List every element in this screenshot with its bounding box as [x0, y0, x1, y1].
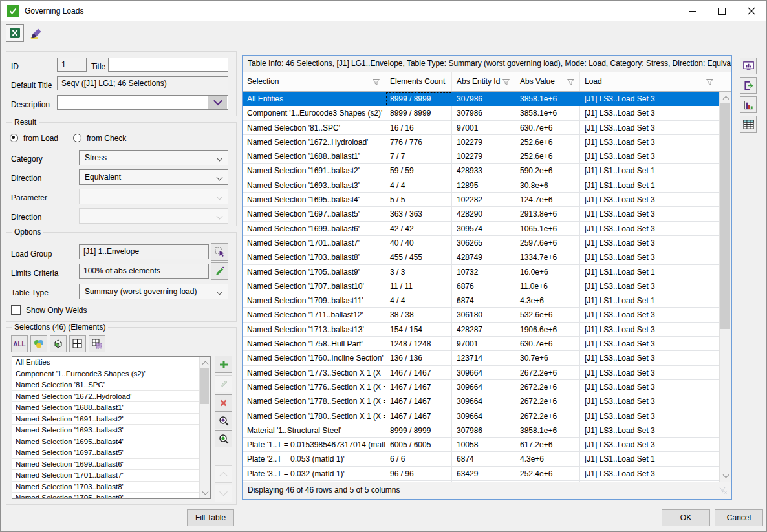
table-cell[interactable]: 16 / 16	[385, 121, 452, 135]
selection-list-item[interactable]: Named Selection '1691..ballast2'	[12, 414, 199, 425]
table-row[interactable]: Named Selection '1695..ballast4'5 / 5102…	[243, 193, 719, 207]
table-cell[interactable]: 10732	[452, 265, 515, 279]
table-cell[interactable]: 309664	[452, 409, 515, 423]
table-row[interactable]: Material '1..Structural Steel'8999 / 899…	[243, 423, 719, 438]
table-cell[interactable]: Plate '3..T = 0.032 (matId 1)'	[243, 467, 385, 481]
table-cell[interactable]: 12895	[452, 178, 515, 193]
add-selection-button[interactable]	[215, 356, 232, 373]
table-cell[interactable]: 252.6e+6	[515, 135, 580, 149]
table-row[interactable]: Named Selection '1773..Section X 1 (X = …	[243, 366, 719, 380]
show-only-welds-checkbox[interactable]	[11, 305, 21, 315]
table-cell[interactable]: [J1] LS3..Load Set 3	[580, 106, 719, 120]
table-cell[interactable]: Named Selection '1711..ballast12'	[243, 308, 385, 322]
filter-icon[interactable]	[372, 78, 380, 86]
table-cell[interactable]: 3858.1e+6	[515, 423, 580, 438]
id-field[interactable]: 1	[57, 58, 87, 72]
table-cell[interactable]: 1248 / 1248	[385, 337, 452, 351]
from-load-label[interactable]: from Load	[23, 134, 58, 143]
table-cell[interactable]: 124.7e+6	[515, 193, 580, 207]
table-cell[interactable]: 40 / 40	[385, 236, 452, 250]
table-cell[interactable]: Named Selection '1707..ballast10'	[243, 279, 385, 293]
table-cell[interactable]: 455 / 455	[385, 250, 452, 264]
table-row[interactable]: Named Selection '1778..Section X 1 (X = …	[243, 394, 719, 409]
table-cell[interactable]: 309574	[452, 222, 515, 236]
table-cell[interactable]: 306265	[452, 236, 515, 250]
table-cell[interactable]: [J1] LS3..Load Set 3	[580, 438, 719, 452]
filter-icon[interactable]	[502, 78, 510, 86]
direction-select[interactable]: Equivalent	[79, 169, 228, 185]
table-cell[interactable]: [J1] LS3..Load Set 3	[580, 423, 719, 438]
table-cell[interactable]: 8999 / 8999	[385, 423, 452, 438]
table-cell[interactable]: [J1] LS1..Load Set 1	[580, 178, 719, 193]
select-all-button[interactable]: ALL	[11, 335, 28, 352]
table-cell[interactable]: 16.0e+6	[515, 265, 580, 279]
table-cell[interactable]: Plate '2..T = 0.053 (matId 1)'	[243, 452, 385, 466]
selection-list-item[interactable]: Named Selection '1705..ballast9'	[12, 493, 199, 498]
table-row[interactable]: Named Selection '1760..Incline Section'1…	[243, 351, 719, 365]
export-table-button[interactable]	[740, 77, 757, 94]
table-cell[interactable]: 2672.2e+6	[515, 380, 580, 394]
table-type-select[interactable]: Summary (worst governing load)	[79, 284, 228, 299]
table-cell[interactable]: 428287	[452, 323, 515, 337]
table-cell[interactable]: 776 / 776	[385, 135, 452, 149]
table-cell[interactable]: [J1] LS3..Load Set 3	[580, 121, 719, 135]
table-cell[interactable]: 309664	[452, 366, 515, 380]
table-cell[interactable]: 11 / 11	[385, 279, 452, 293]
table-row[interactable]: Named Selection '1691..ballast2'59 / 594…	[243, 164, 719, 178]
title-field[interactable]	[108, 58, 228, 72]
table-cell[interactable]: Named Selection '1709..ballast11'	[243, 293, 385, 308]
table-row[interactable]: Named Selection '1711..ballast12'38 / 38…	[243, 308, 719, 322]
table-row[interactable]: Named Selection '1707..ballast10'11 / 11…	[243, 279, 719, 293]
table-cell[interactable]: 617.2e+6	[515, 438, 580, 452]
show-only-welds-label[interactable]: Show Only Welds	[26, 306, 87, 315]
table-row[interactable]: Named Selection '1709..ballast11'4 / 468…	[243, 293, 719, 308]
table-row[interactable]: Named Selection '81..SPC'16 / 1697001630…	[243, 121, 719, 135]
table-cell[interactable]: Named Selection '1780..Section X 1 (X = …	[243, 409, 385, 423]
table-cell[interactable]: 1467 / 1467	[385, 394, 452, 409]
export-excel-button[interactable]	[6, 24, 24, 42]
table-row[interactable]: All Entities8999 / 89993079863858.1e+6[J…	[243, 92, 719, 106]
table-cell[interactable]: 154 / 154	[385, 323, 452, 337]
table-cell[interactable]: 63429	[452, 467, 515, 481]
table-cell[interactable]: Named Selection '1701..ballast7'	[243, 236, 385, 250]
table-scrollbar[interactable]	[719, 92, 731, 482]
bar-chart-button[interactable]	[740, 96, 757, 113]
table-cell[interactable]: 3858.1e+6	[515, 92, 580, 106]
table-cell[interactable]: 2913.8e+6	[515, 207, 580, 221]
zoom-selection-button[interactable]	[215, 412, 232, 429]
table-cell[interactable]: 306180	[452, 308, 515, 322]
table-cell[interactable]: 97001	[452, 121, 515, 135]
table-cell[interactable]: [J1] LS3..Load Set 3	[580, 351, 719, 365]
table-cell[interactable]: Named Selection '1691..ballast2'	[243, 164, 385, 178]
table-cell[interactable]: Material '1..Structural Steel'	[243, 423, 385, 438]
table-cell[interactable]: 8999 / 8999	[385, 106, 452, 120]
column-header[interactable]: Elements Count	[385, 72, 452, 91]
table-row[interactable]: Named Selection '1776..Section X 1 (X = …	[243, 380, 719, 394]
table-cell[interactable]: [J1] LS3..Load Set 3	[580, 394, 719, 409]
table-row[interactable]: Component '1..Eurocode3 Shapes (s2)'8999…	[243, 106, 719, 120]
table-view-button[interactable]	[740, 116, 757, 133]
table-cell[interactable]: 307986	[452, 423, 515, 438]
table-cell[interactable]: 59 / 59	[385, 164, 452, 178]
table-cell[interactable]: [J1] LS3..Load Set 3	[580, 380, 719, 394]
scroll-down-icon[interactable]	[720, 471, 731, 482]
table-cell[interactable]: 363 / 363	[385, 207, 452, 221]
table-cell[interactable]: 8999 / 8999	[385, 92, 452, 106]
table-cell[interactable]: Named Selection '1760..Incline Section'	[243, 351, 385, 365]
table-cell[interactable]: 30.8e+6	[515, 178, 580, 193]
table-cell[interactable]: All Entities	[243, 92, 385, 106]
table-cell[interactable]: [J1] LS3..Load Set 3	[580, 222, 719, 236]
table-cell[interactable]: 2672.2e+6	[515, 394, 580, 409]
table-cell[interactable]: 428933	[452, 164, 515, 178]
selection-list-item[interactable]: Named Selection '1703..ballast8'	[12, 482, 199, 493]
table-cell[interactable]: Named Selection '1776..Section X 1 (X = …	[243, 380, 385, 394]
selection-list-item[interactable]: Named Selection '1701..ballast7'	[12, 470, 199, 482]
table-cell[interactable]: 630.7e+6	[515, 121, 580, 135]
table-row[interactable]: Named Selection '1705..ballast9'3 / 3107…	[243, 265, 719, 279]
column-header[interactable]: Abs Entity Id	[452, 72, 515, 91]
table-cell[interactable]: 136 / 136	[385, 351, 452, 365]
scroll-up-icon[interactable]	[200, 357, 210, 367]
selection-list-item[interactable]: Named Selection '1688..ballast1'	[12, 402, 199, 414]
table-cell[interactable]: 6874	[452, 452, 515, 466]
column-header[interactable]: Selection	[243, 72, 385, 91]
